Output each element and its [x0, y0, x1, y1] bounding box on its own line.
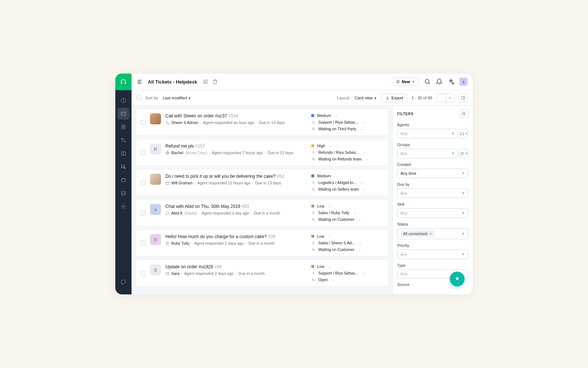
layout-label: Layout:: [337, 96, 350, 100]
new-button[interactable]: New ▼: [392, 78, 419, 86]
export-button[interactable]: Export: [381, 93, 407, 102]
app-logo[interactable]: [115, 74, 132, 90]
sidebar-item-tickets[interactable]: [118, 108, 129, 120]
ticket-meta: Sheen S Adrian · Agent responded an hour…: [165, 120, 307, 125]
ticket-avatar: R: [150, 144, 161, 155]
ticket-priority[interactable]: Low⌄: [311, 204, 383, 208]
ticket-status[interactable]: Waiting on Customer⌄: [311, 217, 383, 222]
filters-panel: FILTERS Agents Any▼ ▼ Groups Any▼: [392, 106, 473, 294]
sort-dropdown[interactable]: Last modified ▼: [163, 96, 191, 100]
filter-status-select[interactable]: All unresolved ✕ ▼: [397, 228, 468, 239]
sidebar-item-chat[interactable]: [118, 276, 129, 288]
filter-priority-select[interactable]: Any▼: [397, 250, 468, 259]
ticket-group[interactable]: Sales / Ruby Tully⌄: [311, 210, 383, 215]
layout-dropdown[interactable]: Card view ▼: [355, 96, 377, 100]
ticket-title: Refund me pls #157: [165, 144, 307, 149]
filter-agents-headset-button[interactable]: ▼: [459, 129, 468, 138]
status-chip-remove[interactable]: ✕: [429, 232, 432, 236]
ticket-card[interactable]: R Hello! How much do you charge for a cu…: [135, 229, 389, 256]
ticket-priority[interactable]: High⌄: [311, 144, 383, 148]
ticket-priority[interactable]: Low⌄: [311, 234, 383, 238]
ticket-checkbox[interactable]: [141, 241, 146, 245]
next-page-button[interactable]: ›: [445, 93, 454, 102]
ticket-group[interactable]: Support / Riya Sebas...⌄: [311, 120, 383, 124]
ticket-card[interactable]: Do i need to pick it up or will you be d…: [135, 169, 389, 196]
filter-groups-select[interactable]: Any▼: [397, 149, 458, 158]
svg-point-8: [123, 206, 124, 207]
sidebar-item-contacts[interactable]: [118, 121, 129, 133]
fab-button[interactable]: [450, 272, 465, 286]
filter-status-label: Status: [397, 222, 468, 226]
ticket-title: Do i need to pick it up or will you be d…: [165, 174, 307, 179]
ticket-card[interactable]: S Update on order #uc928 #94 Sara · Agen…: [135, 259, 389, 287]
panel-toggle-button[interactable]: [459, 93, 468, 102]
ticket-checkbox[interactable]: [141, 150, 146, 155]
user-avatar[interactable]: s: [459, 78, 468, 86]
svg-rect-22: [166, 272, 169, 275]
ticket-title: Chat with Abid on Thu, 30th May 2019 #93: [165, 204, 307, 209]
menu-icon[interactable]: [137, 79, 143, 85]
notifications-icon[interactable]: [436, 78, 442, 85]
ticket-checkbox[interactable]: [141, 271, 146, 276]
sort-label: Sort by:: [145, 96, 159, 100]
ticket-avatar: R: [150, 234, 161, 245]
ticket-avatar: [150, 174, 161, 185]
ticket-status[interactable]: Waiting on Third Party⌄: [311, 127, 383, 131]
ticket-status[interactable]: Waiting on Customer⌄: [311, 247, 383, 252]
sidebar: [115, 74, 132, 294]
ticket-priority[interactable]: Low⌄: [311, 264, 383, 269]
ticket-group[interactable]: Logisitics / Abigail.br...⌄: [311, 180, 383, 185]
header: All Tickets - Helpdesk New ▼ s: [132, 74, 473, 90]
ticket-meta: Will Graham · Agent responded 12 hours a…: [165, 181, 307, 185]
ticket-title: Call with Sheen on order #uc37 #104: [165, 113, 307, 118]
svg-point-12: [313, 121, 314, 122]
ticket-group[interactable]: Support / Riya Sebas...⌄: [311, 271, 383, 275]
sidebar-item-dashboard[interactable]: [118, 95, 129, 106]
ticket-group[interactable]: Sales / Sheen S Ad...⌄: [311, 241, 383, 245]
sidebar-item-forum[interactable]: [118, 161, 129, 173]
filter-created-select[interactable]: Any time▼: [397, 169, 468, 178]
ticket-checkbox[interactable]: [141, 120, 146, 125]
filters-search-button[interactable]: [459, 109, 468, 118]
sidebar-item-settings[interactable]: [118, 201, 129, 212]
status-chip: All unresolved ✕: [400, 230, 435, 237]
sparkle-icon[interactable]: [448, 78, 454, 85]
svg-point-19: [313, 212, 314, 213]
ticket-title: Update on order #uc928 #94: [165, 264, 307, 269]
prev-page-button[interactable]: ‹: [437, 93, 445, 102]
filter-dueby-select[interactable]: Any▼: [397, 188, 468, 198]
svg-point-26: [463, 152, 464, 153]
ticket-checkbox[interactable]: [141, 210, 146, 215]
ticket-card[interactable]: R Refund me pls #157 Rachel (Acme Corp) …: [135, 139, 389, 166]
ticket-meta: Ruby Tully · Agent responded 2 days ago …: [165, 241, 307, 245]
ticket-checkbox[interactable]: [141, 180, 146, 185]
filter-agents-select[interactable]: Any▼: [397, 129, 458, 138]
sidebar-item-analytics[interactable]: [118, 187, 129, 199]
ticket-status[interactable]: Waiting on Sellers team⌄: [311, 187, 383, 191]
export-label: Export: [392, 96, 403, 100]
ticket-priority[interactable]: Medium⌄: [311, 174, 383, 178]
search-icon[interactable]: [424, 78, 431, 85]
edit-icon[interactable]: [203, 79, 208, 84]
sidebar-item-solutions[interactable]: [118, 148, 129, 159]
ticket-avatar: A: [150, 204, 161, 215]
svg-point-16: [167, 182, 167, 183]
ticket-card[interactable]: A Chat with Abid on Thu, 30th May 2019 #…: [135, 199, 389, 226]
sidebar-item-briefcase[interactable]: [118, 174, 129, 186]
sidebar-item-automation[interactable]: [118, 134, 129, 146]
toolbar: Sort by: Last modified ▼ Layout: Card vi…: [132, 90, 473, 106]
filters-title: FILTERS: [397, 112, 413, 116]
select-all-checkbox[interactable]: [137, 95, 141, 100]
filter-groups-people-button[interactable]: ▼: [459, 149, 468, 158]
svg-point-18: [313, 181, 314, 183]
filter-skill-select[interactable]: Any▼: [397, 208, 468, 218]
svg-point-10: [425, 79, 429, 84]
ticket-avatar: S: [150, 264, 161, 275]
ticket-card[interactable]: Call with Sheen on order #uc37 #104 Shee…: [135, 109, 389, 136]
ticket-priority[interactable]: Medium⌄: [311, 113, 383, 118]
delete-icon[interactable]: [213, 79, 218, 84]
ticket-group[interactable]: Refunds / Riya Sebas...⌄: [311, 150, 383, 155]
ticket-status[interactable]: Waiting on Refunds team⌄: [311, 157, 383, 161]
ticket-status[interactable]: Open⌄: [311, 277, 383, 282]
svg-rect-1: [121, 112, 126, 115]
